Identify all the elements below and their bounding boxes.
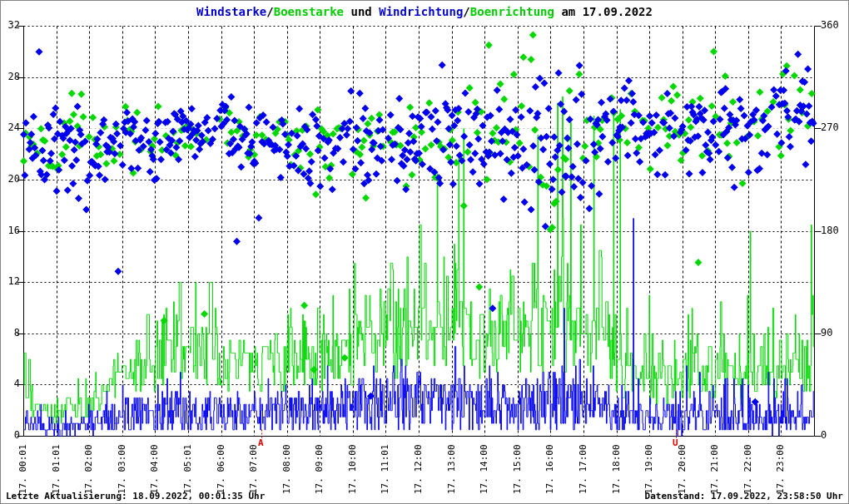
y-axis-left-label: 24 [1, 122, 20, 133]
x-axis-label: 17. 11:01 [380, 442, 390, 494]
y-axis-right-label: 270 [821, 122, 839, 133]
x-axis-label: 17. 09:00 [315, 442, 325, 494]
y-axis-left-label: 4 [1, 378, 20, 389]
y-axis-left-label: 32 [1, 20, 20, 31]
x-axis-label: 17. 22:00 [743, 442, 753, 494]
title-segment: Boenrichtung [470, 5, 554, 18]
y-axis-right-label: 360 [821, 20, 839, 31]
x-axis-label: 17. 04:00 [150, 442, 160, 494]
y-axis-right-label: 180 [821, 225, 839, 236]
x-axis-label: 17. 17:00 [578, 442, 588, 494]
title-segment: Windstarke [196, 5, 266, 18]
x-axis-label: 17. 23:00 [776, 442, 786, 494]
y-axis-left-label: 12 [1, 276, 20, 287]
y-axis-left-label: 0 [1, 430, 20, 441]
y-axis-right-label: 0 [821, 430, 827, 441]
x-axis-label: 17. 00:01 [18, 442, 28, 494]
x-axis-label: 17. 06:00 [216, 442, 226, 494]
x-axis-label: 17. 08:00 [282, 442, 292, 494]
x-axis-label: 17. 10:00 [348, 442, 358, 494]
y-axis-right-label: 90 [821, 328, 832, 338]
x-axis-label: 17. 02:00 [84, 442, 94, 494]
y-axis-left-label: 28 [1, 72, 20, 82]
title-segment: Boenstarke [274, 5, 344, 18]
x-axis-label: 17. 18:00 [612, 442, 622, 494]
title-segment: / [266, 5, 273, 18]
title-segment: am 17.09.2022 [554, 5, 653, 18]
weather-chart-window: Windstarke/Boenstarke und Windrichtung/B… [0, 0, 849, 504]
x-axis-label: 17. 12:00 [414, 442, 424, 494]
x-axis-label: 17. 19:00 [644, 442, 654, 494]
y-axis-left-label: 20 [1, 174, 20, 185]
chart-title: Windstarke/Boenstarke und Windrichtung/B… [1, 5, 848, 18]
x-axis-label: 17. 07:00 [249, 442, 259, 494]
chart-canvas [1, 1, 848, 503]
y-axis-left-label: 16 [1, 225, 20, 236]
x-axis-label: 17. 05:01 [183, 442, 193, 494]
y-axis-left-label: 8 [1, 328, 20, 338]
x-axis-label: 17. 21:00 [710, 442, 720, 494]
title-segment: und [344, 5, 379, 18]
x-axis-label: 17. 03:00 [117, 442, 127, 494]
title-segment: / [463, 5, 469, 18]
x-axis-label: 17. 20:00 [678, 442, 688, 494]
x-axis-label: 17. 15:00 [513, 442, 523, 494]
x-axis-label: 17. 13:00 [447, 442, 457, 494]
title-segment: Windrichtung [379, 5, 463, 18]
x-axis-label: 17. 16:00 [545, 442, 555, 494]
x-axis-label: 17. 01:01 [52, 442, 62, 494]
x-axis-label: 17. 14:00 [479, 442, 489, 494]
